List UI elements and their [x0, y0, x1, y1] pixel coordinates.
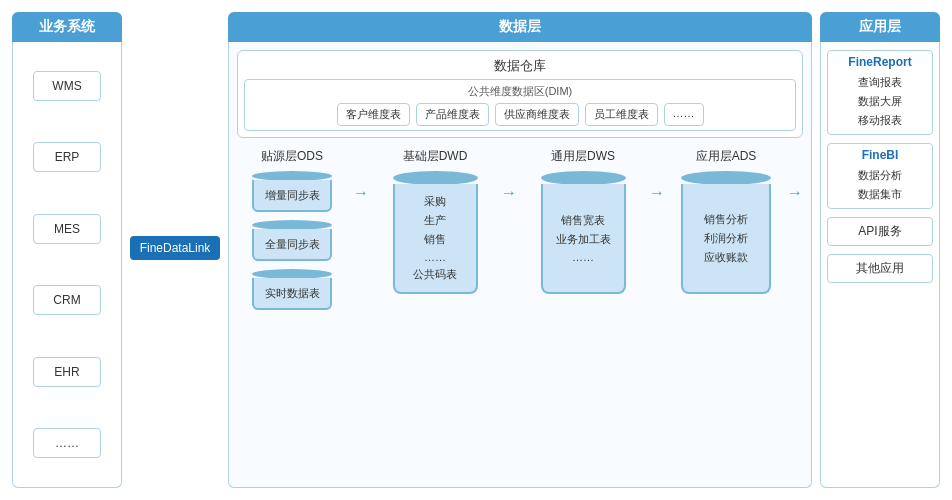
fine-data-link-box: FineDataLink	[130, 236, 221, 260]
app-layer-header: 应用层	[820, 12, 940, 42]
arrow-dws-ads: →	[649, 148, 665, 202]
dws-item-1: 业务加工表	[556, 232, 611, 247]
api-service: API服务	[827, 217, 933, 246]
data-layer-panel: 数据层 数据仓库 公共维度数据区(DIM) 客户维度表 产品维度表 供应商维度表…	[228, 12, 812, 488]
fine-report-title: FineReport	[834, 55, 926, 69]
dwd-item-0: 采购	[424, 194, 446, 209]
fine-report-item-1: 数据大屏	[834, 92, 926, 111]
dwd-item-1: 生产	[424, 213, 446, 228]
ads-item-2: 应收账款	[704, 250, 748, 265]
dim-table-product: 产品维度表	[416, 103, 489, 126]
warehouse-section: 数据仓库 公共维度数据区(DIM) 客户维度表 产品维度表 供应商维度表 员工维…	[237, 50, 803, 138]
ads-section: 应用层ADS 销售分析 利润分析 应收账款	[671, 148, 781, 294]
app-layer-body: FineReport 查询报表 数据大屏 移动报表 FineBI 数据分析 数据…	[820, 42, 940, 488]
ods-cyl-full: 全量同步表	[252, 220, 332, 261]
sys-crm: CRM	[33, 285, 101, 315]
dim-table-employee: 员工维度表	[585, 103, 658, 126]
fine-bi-group: FineBI 数据分析 数据集市	[827, 143, 933, 209]
dwd-label: 基础层DWD	[403, 148, 468, 165]
ods-incremental-label: 增量同步表	[252, 180, 332, 212]
sys-ehr: EHR	[33, 357, 101, 387]
layers-row: 贴源层ODS 增量同步表 全量同步表	[237, 148, 803, 479]
ads-item-1: 利润分析	[704, 231, 748, 246]
data-layer-header: 数据层	[228, 12, 812, 42]
ads-item-0: 销售分析	[704, 212, 748, 227]
ads-cylinder: 销售分析 利润分析 应收账款	[681, 171, 771, 294]
dwd-section: 基础层DWD 采购 生产 销售 …… 公共码表	[375, 148, 495, 294]
ods-cyl-incremental: 增量同步表	[252, 171, 332, 212]
dws-section: 通用层DWS 销售宽表 业务加工表 ……	[523, 148, 643, 294]
fine-bi-item-0: 数据分析	[834, 166, 926, 185]
data-layer-body: 数据仓库 公共维度数据区(DIM) 客户维度表 产品维度表 供应商维度表 员工维…	[228, 42, 812, 488]
ods-section: 贴源层ODS 增量同步表 全量同步表	[237, 148, 347, 310]
ods-label: 贴源层ODS	[261, 148, 323, 165]
dws-label: 通用层DWS	[551, 148, 615, 165]
dim-title: 公共维度数据区(DIM)	[251, 84, 789, 99]
dim-section: 公共维度数据区(DIM) 客户维度表 产品维度表 供应商维度表 员工维度表 ……	[244, 79, 796, 131]
fine-report-item-2: 移动报表	[834, 111, 926, 130]
dws-item-0: 销售宽表	[561, 213, 605, 228]
business-system-body: WMS ERP MES CRM EHR ……	[12, 42, 122, 488]
fine-bi-title: FineBI	[834, 148, 926, 162]
arrow-ads-right: →	[787, 148, 803, 202]
warehouse-title: 数据仓库	[244, 57, 796, 75]
dwd-item-3: ……	[424, 251, 446, 263]
dws-cylinder: 销售宽表 业务加工表 ……	[541, 171, 626, 294]
fine-bi-item-1: 数据集市	[834, 185, 926, 204]
sys-mes: MES	[33, 214, 101, 244]
fine-report-item-0: 查询报表	[834, 73, 926, 92]
arrow-dwd-dws: →	[501, 148, 517, 202]
business-system-header: 业务系统	[12, 12, 122, 42]
ods-realtime-label: 实时数据表	[252, 278, 332, 310]
app-layer-panel: 应用层 FineReport 查询报表 数据大屏 移动报表 FineBI 数据分…	[820, 12, 940, 488]
dwd-item-2: 销售	[424, 232, 446, 247]
sys-more: ……	[33, 428, 101, 458]
sys-wms: WMS	[33, 71, 101, 101]
dim-table-more: ……	[664, 103, 704, 126]
fine-report-group: FineReport 查询报表 数据大屏 移动报表	[827, 50, 933, 135]
other-apps: 其他应用	[827, 254, 933, 283]
arrow-ods-dwd: →	[353, 148, 369, 202]
ods-full-label: 全量同步表	[252, 229, 332, 261]
dwd-item-4: 公共码表	[413, 267, 457, 282]
ods-cylinder-group: 增量同步表 全量同步表 实时数据表	[237, 171, 347, 310]
sys-erp: ERP	[33, 142, 101, 172]
dws-item-2: ……	[572, 251, 594, 263]
dim-table-supplier: 供应商维度表	[495, 103, 579, 126]
ads-label: 应用层ADS	[696, 148, 757, 165]
dwd-cylinder: 采购 生产 销售 …… 公共码表	[393, 171, 478, 294]
ods-cyl-realtime: 实时数据表	[252, 269, 332, 310]
business-system-panel: 业务系统 WMS ERP MES CRM EHR ……	[12, 12, 122, 488]
dim-tables: 客户维度表 产品维度表 供应商维度表 员工维度表 ……	[251, 103, 789, 126]
dim-table-customer: 客户维度表	[337, 103, 410, 126]
